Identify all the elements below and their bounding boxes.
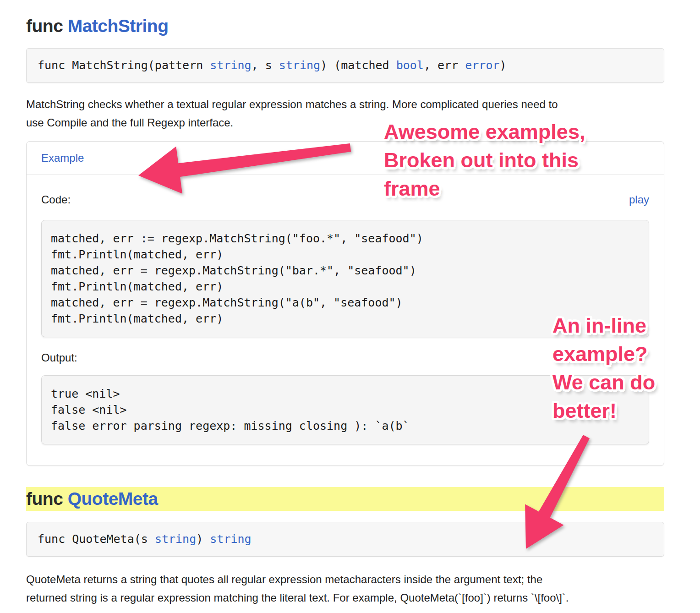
code-line: fmt.Println(matched, err) <box>51 246 640 263</box>
quotemeta-heading: func QuoteMeta <box>26 487 664 511</box>
type-link-bool[interactable]: bool <box>396 59 424 72</box>
signature-text: ) (matched <box>320 59 396 72</box>
code-line: matched, err = regexp.MatchString("a(b",… <box>51 295 640 311</box>
annotation-line: Awesome examples, <box>384 118 585 146</box>
code-line: fmt.Println(matched, err) <box>51 279 640 295</box>
quotemeta-description: QuoteMeta returns a string that quotes a… <box>26 570 664 607</box>
type-link-string[interactable]: string <box>210 532 251 546</box>
signature-text: ) <box>500 59 507 72</box>
output-line: false error parsing regexp: missing clos… <box>51 418 640 434</box>
output-line: true <nil> <box>51 386 640 402</box>
quotemeta-signature: func QuoteMeta(s string) string <box>26 522 664 557</box>
signature-text: ) <box>196 532 210 546</box>
code-line: matched, err = regexp.MatchString("bar.*… <box>51 263 640 279</box>
code-line: fmt.Println(matched, err) <box>51 311 640 327</box>
annotation-examples-note: Awesome examples, Broken out into this f… <box>384 118 585 203</box>
annotation-line: example? <box>552 340 655 368</box>
play-link[interactable]: play <box>629 193 649 206</box>
signature-text: , s <box>252 59 279 72</box>
description-line: returned string is a regular expression … <box>26 589 664 607</box>
annotation-line: An in-line <box>552 312 655 340</box>
signature-text: func QuoteMeta(s <box>38 532 155 546</box>
example-toggle-link[interactable]: Example <box>41 152 84 164</box>
func-keyword: func <box>26 489 63 509</box>
matchstring-heading-link[interactable]: MatchString <box>68 16 169 36</box>
doc-content: func MatchString func MatchString(patter… <box>26 0 664 607</box>
annotation-line: We can do <box>552 368 655 397</box>
annotation-inline-note: An in-line example? We can do better! <box>552 312 655 425</box>
code-label: Code: <box>41 193 71 206</box>
godoc-page: func MatchString func MatchString(patter… <box>0 0 700 613</box>
type-link-string[interactable]: string <box>279 59 320 72</box>
matchstring-signature: func MatchString(pattern string, s strin… <box>26 48 664 83</box>
type-link-string[interactable]: string <box>155 532 196 546</box>
func-keyword: func <box>26 16 63 36</box>
signature-text: , err <box>424 59 465 72</box>
code-line: matched, err := regexp.MatchString("foo.… <box>51 230 640 246</box>
type-link-string[interactable]: string <box>210 59 251 72</box>
quotemeta-heading-link[interactable]: QuoteMeta <box>68 489 158 509</box>
annotation-line: frame <box>384 175 585 203</box>
annotation-line: better! <box>552 397 655 425</box>
type-link-error[interactable]: error <box>465 59 499 72</box>
matchstring-heading: func MatchString <box>26 15 664 37</box>
annotation-line: Broken out into this <box>384 146 585 175</box>
output-line: false <nil> <box>51 402 640 418</box>
signature-text: func MatchString(pattern <box>38 59 210 72</box>
description-line: QuoteMeta returns a string that quotes a… <box>26 570 664 589</box>
description-line: MatchString checks whether a textual reg… <box>26 95 664 114</box>
